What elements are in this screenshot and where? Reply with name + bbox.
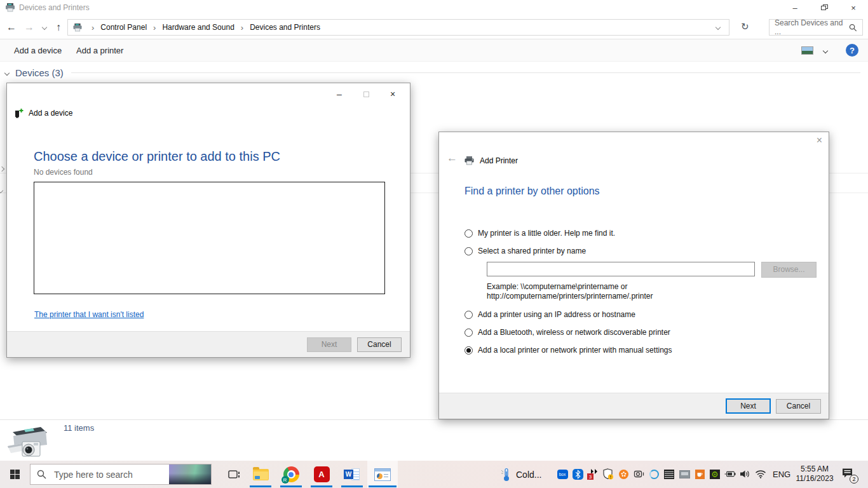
breadcrumb-item-hardware-and-sound[interactable]: Hardware and Sound (161, 20, 235, 35)
dialog-title-row: Add Printer (464, 156, 518, 165)
option-bluetooth-wireless[interactable]: Add a Bluetooth, wireless or network dis… (465, 328, 670, 337)
back-button[interactable]: ← (447, 152, 458, 165)
taskbar-file-explorer-button[interactable] (245, 461, 276, 488)
search-highlight-image[interactable] (169, 464, 211, 484)
radio-icon[interactable] (465, 329, 473, 337)
language-indicator[interactable]: ENG (773, 461, 790, 488)
terminal-grid-tray-icon[interactable] (663, 468, 675, 480)
update-count-badge: 3 (587, 473, 593, 480)
refresh-icon: ↻ (741, 21, 749, 32)
radio-icon[interactable] (465, 311, 473, 319)
printer-not-listed-link[interactable]: The printer that I want isn't listed (34, 310, 144, 319)
recent-pages-button[interactable] (37, 20, 52, 35)
add-printer-dialog: × ← Add Printer Find a printer by other … (438, 132, 829, 419)
bluetooth-tray-icon[interactable] (572, 468, 583, 480)
taskbar-app-icons: R A W (245, 461, 398, 488)
breadcrumb[interactable]: › Control Panel › Hardware and Sound › D… (67, 19, 729, 36)
volume-tray-icon[interactable] (740, 468, 751, 480)
add-a-device-command[interactable]: Add a device (14, 39, 62, 62)
breadcrumb-separator-icon: › (236, 23, 248, 32)
cancel-button[interactable]: Cancel (357, 337, 402, 352)
file-explorer-icon (253, 469, 269, 480)
view-dropdown-icon[interactable] (823, 48, 828, 53)
forward-icon: → (24, 22, 34, 33)
view-options-icon[interactable] (801, 46, 813, 55)
forward-button[interactable]: → (22, 20, 37, 35)
control-panel-window-icon (374, 468, 391, 481)
dialog-maximize-button[interactable] (353, 87, 379, 101)
dialog-heading: Choose a device or printer to add to thi… (34, 149, 280, 164)
taskbar-chrome-button[interactable]: R (276, 461, 306, 488)
wifi-tray-icon[interactable] (755, 468, 766, 480)
up-button[interactable]: ↑ (51, 20, 66, 35)
chevron-down-icon (42, 25, 47, 30)
cancel-button[interactable]: Cancel (776, 399, 821, 414)
window-titlebar: Devices and Printers – × (0, 0, 868, 15)
weather-thermometer-icon (501, 468, 511, 482)
window-restore-button[interactable] (810, 0, 839, 15)
radio-label: Add a Bluetooth, wireless or network dis… (478, 328, 670, 337)
taskbar-word-button[interactable]: W (337, 461, 367, 488)
breadcrumb-item-devices-and-printers[interactable]: Devices and Printers (248, 20, 322, 35)
search-input[interactable]: Search Devices and ... (769, 19, 863, 36)
devices-section-header[interactable]: Devices (3) (5, 67, 860, 78)
action-center-button[interactable]: 2 (841, 468, 853, 481)
radio-selected-icon[interactable] (465, 346, 473, 355)
taskbar-acrobat-button[interactable]: A (306, 461, 337, 488)
option-older-printer[interactable]: My printer is a little older. Help me fi… (465, 229, 615, 238)
chrome-icon: R (283, 466, 299, 482)
window-close-button[interactable]: × (839, 0, 868, 15)
refresh-button[interactable]: ↻ (741, 21, 749, 32)
window-minimize-button[interactable]: – (780, 0, 810, 15)
java-tray-icon[interactable] (694, 468, 705, 480)
taskbar-devices-and-printers-button[interactable] (367, 461, 398, 488)
option-local-printer-manual[interactable]: Add a local printer or network printer w… (465, 346, 672, 355)
browse-button[interactable]: Browse... (761, 262, 817, 278)
search-icon (37, 470, 46, 479)
start-button[interactable] (0, 461, 29, 488)
device-list[interactable] (34, 182, 385, 294)
taskbar-search-placeholder: Type here to search (54, 470, 133, 480)
search-icon (849, 24, 857, 32)
help-icon: ? (850, 46, 855, 55)
option-ip-address[interactable]: Add a printer using an IP address or hos… (465, 310, 635, 319)
antivirus-tray-icon[interactable] (618, 468, 629, 480)
option-shared-printer[interactable]: Select a shared printer by name (465, 247, 586, 255)
task-view-button[interactable] (221, 461, 247, 488)
display-tray-icon[interactable] (679, 468, 690, 480)
dialog-heading: Find a printer by other options (465, 186, 600, 197)
system-tray: box 3 (557, 468, 766, 480)
address-dropdown-icon[interactable] (715, 25, 721, 30)
dialog-close-button[interactable]: × (817, 135, 822, 146)
minimize-icon: – (337, 89, 342, 99)
no-devices-status: No devices found (34, 168, 93, 177)
word-icon: W (344, 466, 360, 482)
next-button[interactable]: Next (726, 398, 771, 414)
radio-icon[interactable] (465, 247, 473, 255)
sync-swirl-tray-icon[interactable] (648, 468, 660, 480)
defender-shield-tray-icon[interactable] (602, 468, 614, 480)
update-manager-tray-icon[interactable]: 3 (587, 468, 599, 480)
camera-app-tray-icon[interactable] (633, 468, 644, 480)
box-tray-icon[interactable]: box (557, 468, 568, 480)
breadcrumb-item-control-panel[interactable]: Control Panel (99, 20, 148, 35)
back-button[interactable]: ← (4, 20, 19, 35)
devices-section-label: Devices (3) (15, 67, 64, 78)
taskbar-weather-widget[interactable]: Cold... (501, 461, 541, 488)
dialog-close-button[interactable]: × (379, 87, 406, 101)
details-pane: 11 items (0, 419, 868, 461)
add-a-printer-command[interactable]: Add a printer (76, 39, 123, 62)
shared-printer-name-input[interactable] (487, 262, 755, 276)
search-placeholder: Search Devices and ... (775, 18, 849, 36)
running-indicator (311, 485, 332, 487)
next-button[interactable]: Next (307, 337, 351, 352)
taskbar-clock[interactable]: 5:55 AM 11/16/2023 (792, 464, 837, 484)
add-device-icon (14, 108, 24, 118)
nvidia-tray-icon[interactable] (709, 468, 721, 480)
dialog-minimize-button[interactable]: – (326, 87, 353, 101)
radio-label: Add a local printer or network printer w… (478, 346, 672, 355)
help-button[interactable]: ? (846, 44, 858, 57)
radio-icon[interactable] (465, 229, 473, 238)
taskbar-search-input[interactable]: Type here to search (30, 464, 212, 485)
battery-tray-icon[interactable] (724, 468, 736, 480)
